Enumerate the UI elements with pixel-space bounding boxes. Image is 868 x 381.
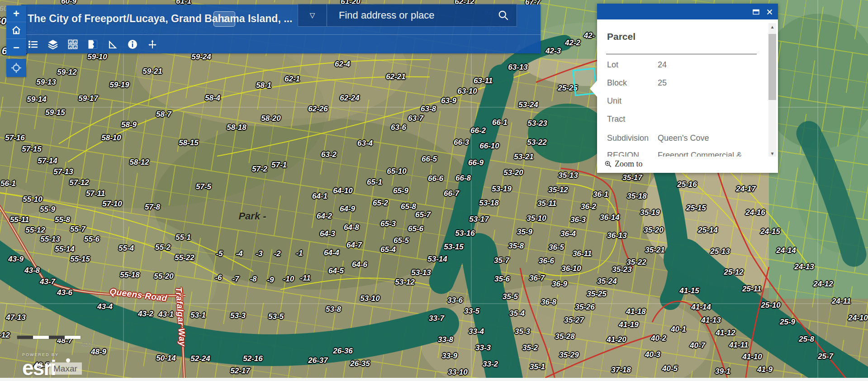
parcel-label: 35-24: [597, 277, 617, 286]
parcel-label: Park -: [238, 210, 266, 222]
parcel-label: 39-1: [715, 367, 730, 376]
parcel-label: 40-2: [651, 334, 666, 343]
parcel-label: 58-15: [179, 138, 198, 148]
parcel-label: 35-28: [555, 332, 574, 341]
popup-field-row: Block25: [607, 78, 756, 88]
parcel-label: 55-1: [175, 233, 191, 242]
parcel-label: 36-4: [560, 229, 576, 238]
popup-field-row: Lot24: [607, 60, 756, 70]
parcel-label: 66-3: [454, 138, 469, 147]
field-label: Subdivision: [607, 133, 658, 143]
parcel-label: 25-16: [677, 180, 697, 189]
chevron-down-icon: ▽: [222, 15, 227, 23]
search-input[interactable]: [327, 4, 490, 26]
parcel-label: 65-1: [367, 178, 382, 187]
parcel-label: 59-13: [36, 78, 56, 87]
parcel-label: 65-2: [373, 199, 388, 208]
zoom-in-button[interactable]: +: [6, 5, 26, 22]
parcel-label: 65-8: [401, 202, 416, 211]
parcel-label: 53-20: [503, 168, 523, 177]
title-dropdown-button[interactable]: ▽: [213, 11, 235, 27]
locate-icon: [11, 62, 22, 73]
parcel-label: -5: [216, 249, 223, 258]
scroll-down-arrow[interactable]: ▼: [768, 150, 776, 157]
esri-logo-dot: [66, 358, 70, 362]
parcel-label: 26-37: [308, 356, 327, 365]
road-label: Trafalgar Way: [173, 287, 187, 347]
parcel-label: 63-7: [408, 114, 423, 123]
popup-field-row: Unit: [607, 96, 756, 106]
locate-button[interactable]: [6, 59, 26, 77]
popup-maximize-button[interactable]: [752, 8, 760, 16]
parcel-label: 53-19: [492, 185, 511, 194]
parcel-label: 24-12: [813, 280, 833, 289]
parcel-label: 43-2: [138, 310, 153, 319]
scrollbar-thumb[interactable]: [768, 34, 776, 100]
search-button[interactable]: [490, 4, 517, 26]
parcel-label: 35-4: [509, 309, 525, 318]
parcel-label: 64-8: [344, 223, 359, 232]
parcel-label: -9: [267, 276, 274, 285]
parcel-label: 41-10: [742, 352, 762, 362]
parcel-label: 53-10: [360, 294, 379, 303]
parcel-label: 57-10: [102, 200, 122, 209]
parcel-label: 33-9: [442, 352, 457, 361]
parcel-label: 33-4: [469, 327, 484, 336]
parcel-label: 58-18: [227, 123, 246, 132]
parcel-label: -6: [215, 273, 222, 282]
parcel-label: 53-23: [527, 119, 547, 128]
bottom-edge: [0, 378, 868, 381]
parcel-popup: Parcel Lot24Block25UnitTractSubdivisionQ…: [597, 4, 778, 173]
parcel-label: 24-15: [760, 227, 780, 236]
parcel-label: 36-6: [539, 257, 554, 266]
parcel-label: 36-8: [541, 298, 556, 307]
parcel-label: 53-5: [268, 312, 284, 321]
zoom-to-link[interactable]: Zoom to: [604, 159, 643, 169]
search-icon: [498, 10, 509, 21]
home-button[interactable]: [6, 22, 26, 39]
parcel-label: 59-14: [27, 95, 46, 104]
toolbar: [21, 35, 541, 53]
parcel-label: 66-10: [479, 142, 499, 151]
parcel-label: 41-12: [716, 329, 735, 338]
parcel-label: 35-18: [627, 192, 646, 201]
parcel-label: 56-1: [0, 179, 16, 188]
zoom-out-button[interactable]: −: [6, 39, 26, 56]
swipe-icon[interactable]: [86, 38, 99, 51]
parcel-label: 63-8: [421, 105, 436, 114]
parcel-label: 35-20: [644, 226, 663, 235]
parcel-label: 57-12: [69, 178, 89, 187]
basemap-gallery-icon[interactable]: [66, 38, 79, 51]
scroll-up-arrow[interactable]: ▲: [768, 23, 776, 30]
field-value: Queen's Cove: [658, 133, 709, 143]
parcel-label: 62-21: [386, 72, 405, 81]
scale-bar: [17, 336, 81, 339]
parcel-label: 58-12: [129, 158, 149, 167]
parcel-label: 59-19: [109, 81, 129, 90]
measure-icon[interactable]: [106, 38, 119, 51]
layers-icon[interactable]: [47, 38, 59, 51]
parcel-label: 63-9: [441, 96, 456, 105]
parcel-label: 65-7: [415, 210, 431, 219]
legend-icon[interactable]: [27, 38, 39, 51]
popup-close-button[interactable]: [765, 8, 773, 16]
parcel-label: 66-8: [455, 174, 471, 183]
parcel-label: 33-7: [429, 314, 444, 323]
parcel-label: -3: [256, 249, 262, 258]
info-icon[interactable]: [126, 38, 138, 51]
parcel-label: 36-5: [549, 243, 564, 252]
parcel-label: 64-7: [346, 241, 362, 250]
parcel-label: 59-21: [142, 67, 162, 76]
parcel-label: 55-6: [84, 235, 100, 244]
parcel-label: 53-24: [518, 100, 538, 110]
parcel-label: 53-1: [190, 311, 206, 320]
parcel-label: 64-5: [328, 267, 344, 276]
directions-icon[interactable]: [146, 38, 158, 51]
search-source-button[interactable]: ▽: [298, 4, 327, 26]
popup-title-bar[interactable]: [597, 4, 778, 19]
parcel-label: 25-14: [698, 226, 717, 235]
parcel-label: 62-4: [335, 60, 350, 69]
parcel-label: 65-9: [393, 186, 408, 195]
popup-scrollbar[interactable]: ▲ ▼: [768, 23, 776, 157]
parcel-label: 59-10: [87, 52, 107, 62]
